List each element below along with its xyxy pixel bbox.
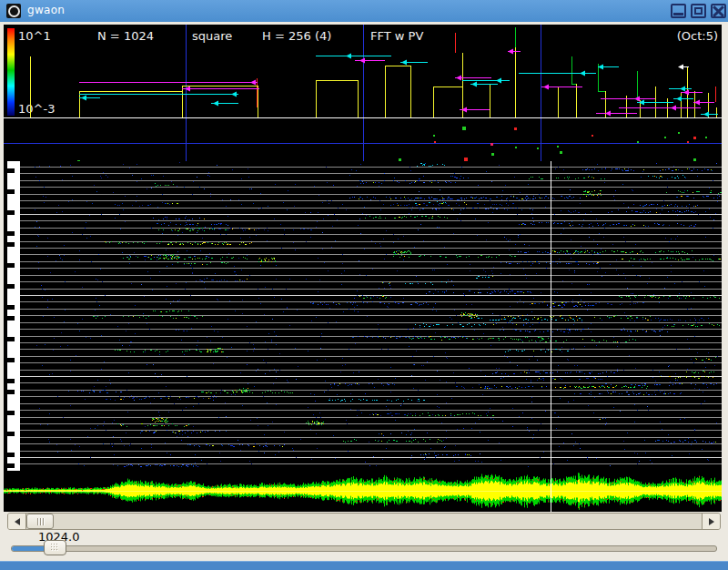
window-title: gwaon: [27, 4, 65, 16]
black-key-mark: [7, 432, 15, 436]
scrollbar-thumb[interactable]: [26, 514, 54, 529]
black-key-mark: [7, 168, 15, 173]
minimize-button[interactable]: [671, 4, 686, 18]
title-bar[interactable]: gwaon: [0, 0, 728, 22]
zoom-slider-fill: [12, 546, 46, 551]
black-key-mark: [7, 379, 15, 383]
scrollbar-track[interactable]: [54, 514, 693, 529]
black-key-mark: [7, 263, 15, 268]
black-key-mark: [7, 337, 15, 341]
scroll-left-button[interactable]: [8, 514, 26, 529]
close-button[interactable]: [711, 4, 726, 18]
midi-note-strip: [4, 127, 722, 161]
black-key-mark: [7, 390, 15, 394]
right-arrow-icon: [709, 518, 714, 525]
piano-keyboard[interactable]: [7, 161, 20, 478]
black-key-mark: [7, 453, 15, 457]
waveform-canvas[interactable]: [4, 471, 722, 512]
desktop-taskbar-strip: [0, 561, 728, 570]
window-menu-icon[interactable]: [6, 4, 21, 18]
black-key-mark: [7, 305, 15, 310]
black-key-mark: [7, 231, 15, 236]
analysis-canvas: 10^1 N = 1024 square H = 256 (4) FFT w P…: [4, 25, 722, 512]
spectrum-plot: [4, 27, 722, 118]
playhead-cursor[interactable]: [551, 161, 551, 512]
black-key-mark: [7, 411, 15, 415]
maximize-button[interactable]: [691, 4, 706, 18]
gwaon-window: gwaon 10^1 N = 1024 square H = 256 (4) F…: [0, 0, 728, 570]
black-key-mark: [7, 358, 15, 362]
spectrum-panel[interactable]: [4, 25, 722, 161]
scroll-right-button[interactable]: [702, 514, 720, 529]
black-key-mark: [7, 463, 15, 468]
zoom-slider-track[interactable]: [11, 545, 717, 552]
black-key-mark: [7, 210, 15, 215]
black-key-mark: [7, 189, 15, 194]
black-key-mark: [7, 284, 15, 289]
black-key-mark: [7, 316, 15, 321]
left-arrow-icon: [15, 518, 20, 525]
black-key-mark: [7, 242, 15, 247]
spectrogram-canvas[interactable]: [20, 161, 722, 471]
zoom-slider-handle[interactable]: [44, 540, 66, 555]
time-scrollbar[interactable]: [7, 513, 721, 530]
octave-gridlines: [187, 25, 541, 161]
